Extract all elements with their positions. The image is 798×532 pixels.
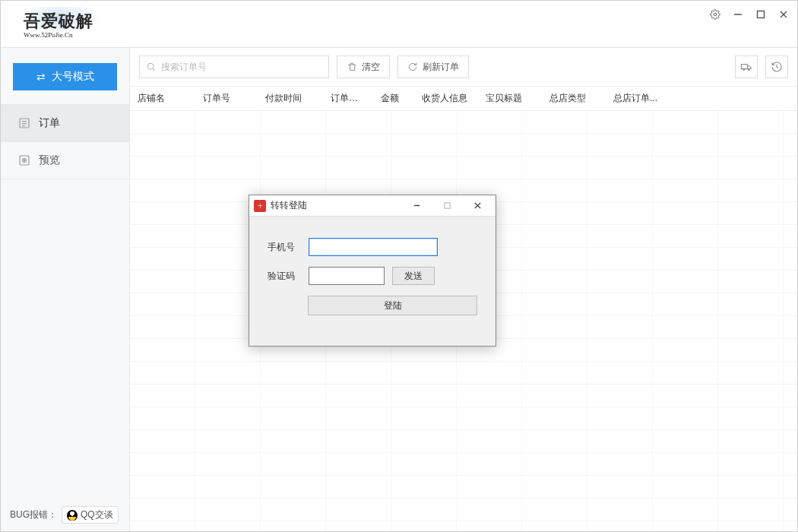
code-input[interactable] (309, 267, 385, 285)
svg-rect-14 (741, 65, 747, 69)
svg-rect-9 (20, 156, 29, 165)
minimize-icon[interactable] (732, 8, 744, 21)
column-header[interactable]: 订单号 (195, 92, 258, 105)
column-header[interactable]: 订单状态 (323, 92, 373, 105)
qq-icon (67, 510, 78, 521)
shipping-button[interactable] (735, 55, 758, 78)
swap-icon: ⇄ (36, 71, 46, 83)
dialog-title-text: 转转登陆 (271, 199, 307, 212)
titlebar: 吾爱破解 Www.52PoJie.Cn (1, 1, 797, 48)
code-label: 验证码 (268, 270, 301, 283)
refresh-label: 刷新订单 (423, 61, 459, 74)
maximize-icon[interactable] (755, 8, 767, 21)
svg-line-13 (153, 68, 155, 71)
mode-toggle-button[interactable]: ⇄ 大号模式 (13, 63, 117, 90)
svg-point-10 (23, 159, 27, 163)
sidebar-item-preview[interactable]: 预览 (1, 142, 129, 179)
preview-icon (17, 154, 31, 167)
toolbar: 清空 刷新订单 (130, 48, 797, 87)
dialog-maximize-icon (432, 197, 462, 215)
column-header[interactable]: 收货人信息 (414, 92, 478, 105)
sidebar-item-label: 订单 (39, 116, 60, 130)
sidebar: ⇄ 大号模式 订单 预览 BUG报错： (1, 48, 130, 531)
clear-label: 清空 (362, 61, 380, 74)
qq-chat-label: QQ交谈 (81, 508, 113, 521)
column-header[interactable]: 金额 (373, 92, 414, 105)
sidebar-item-orders[interactable]: 订单 (1, 105, 129, 141)
close-icon[interactable] (777, 8, 790, 21)
column-header[interactable]: 店铺名 (130, 92, 195, 105)
login-button[interactable]: 登陆 (308, 296, 477, 315)
table-header: 店铺名 订单号 付款时间 订单状态 金额 收货人信息 宝贝标题 总店类型 总店订… (130, 87, 797, 111)
phone-input[interactable] (309, 238, 438, 256)
svg-rect-18 (444, 203, 449, 208)
svg-point-12 (147, 63, 154, 69)
mode-toggle-label: 大号模式 (52, 70, 94, 84)
svg-rect-2 (758, 11, 765, 18)
dialog-body: 手机号 验证码 发送 登陆 (249, 217, 496, 346)
list-icon (17, 116, 31, 130)
trash-icon (347, 62, 357, 72)
sidebar-item-label: 预览 (39, 154, 60, 167)
svg-point-11 (24, 160, 25, 161)
refresh-button[interactable]: 刷新订单 (397, 55, 469, 78)
bug-report-label: BUG报错： (10, 508, 57, 521)
search-input[interactable] (161, 62, 322, 72)
dialog-app-icon (254, 200, 266, 212)
sidebar-footer: BUG报错： QQ交谈 (1, 499, 129, 531)
svg-point-16 (748, 68, 749, 70)
column-header[interactable]: 总店类型 (542, 92, 606, 105)
send-code-button[interactable]: 发送 (392, 267, 435, 285)
search-box[interactable] (139, 55, 329, 78)
refresh-icon (407, 62, 418, 72)
login-dialog: 转转登陆 手机号 验证码 发送 登陆 (249, 195, 496, 347)
qq-chat-button[interactable]: QQ交谈 (62, 506, 119, 524)
phone-label: 手机号 (268, 241, 301, 254)
column-header[interactable]: 付款时间 (258, 92, 323, 105)
svg-point-0 (714, 13, 717, 16)
truck-icon (740, 61, 752, 73)
svg-point-15 (743, 68, 745, 70)
clear-button[interactable]: 清空 (337, 55, 390, 78)
window-controls (709, 5, 790, 21)
history-icon (771, 61, 783, 73)
dialog-titlebar[interactable]: 转转登陆 (249, 195, 496, 217)
column-header[interactable]: 宝贝标题 (478, 92, 542, 105)
dialog-minimize-icon[interactable] (401, 197, 432, 215)
app-logo: 吾爱破解 Www.52PoJie.Cn (24, 5, 93, 39)
search-icon (146, 62, 157, 72)
history-button[interactable] (765, 55, 788, 78)
gear-icon[interactable] (709, 8, 721, 21)
column-header[interactable]: 总店订单... (606, 92, 670, 105)
dialog-close-icon[interactable] (462, 197, 492, 215)
